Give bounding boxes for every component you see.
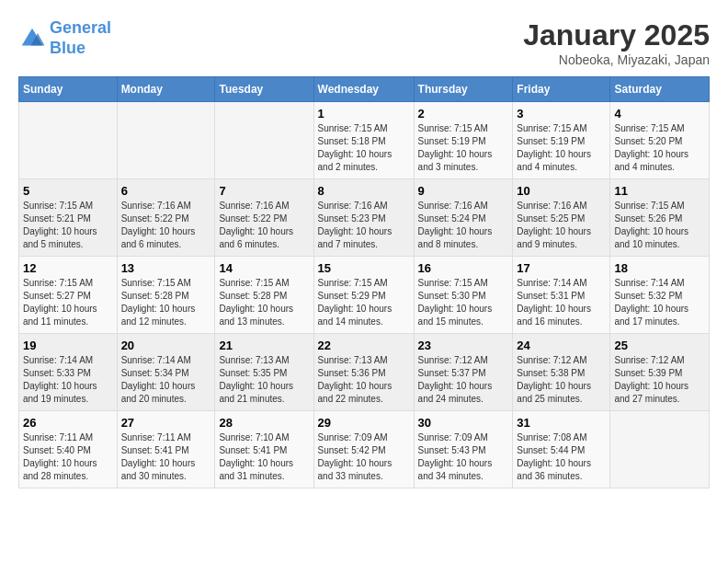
logo-icon bbox=[18, 25, 46, 52]
calendar-cell: 8Sunrise: 7:16 AM Sunset: 5:23 PM Daylig… bbox=[313, 179, 414, 257]
day-info: Sunrise: 7:09 AM Sunset: 5:42 PM Dayligh… bbox=[318, 431, 410, 483]
day-number: 18 bbox=[614, 261, 705, 275]
day-number: 26 bbox=[23, 416, 113, 430]
calendar-cell bbox=[19, 102, 118, 179]
day-info: Sunrise: 7:15 AM Sunset: 5:19 PM Dayligh… bbox=[517, 122, 606, 174]
weekday-header-friday: Friday bbox=[513, 77, 610, 102]
day-info: Sunrise: 7:14 AM Sunset: 5:33 PM Dayligh… bbox=[23, 354, 113, 406]
calendar-cell: 10Sunrise: 7:16 AM Sunset: 5:25 PM Dayli… bbox=[513, 179, 610, 257]
day-number: 19 bbox=[23, 339, 113, 352]
day-number: 24 bbox=[517, 339, 606, 352]
day-number: 21 bbox=[219, 339, 309, 352]
day-info: Sunrise: 7:16 AM Sunset: 5:25 PM Dayligh… bbox=[517, 200, 606, 251]
calendar-cell bbox=[215, 102, 313, 179]
day-number: 7 bbox=[219, 184, 309, 198]
day-info: Sunrise: 7:15 AM Sunset: 5:21 PM Dayligh… bbox=[23, 200, 113, 251]
calendar-cell: 7Sunrise: 7:16 AM Sunset: 5:22 PM Daylig… bbox=[215, 179, 313, 257]
calendar-cell: 31Sunrise: 7:08 AM Sunset: 5:44 PM Dayli… bbox=[513, 411, 610, 488]
day-info: Sunrise: 7:12 AM Sunset: 5:39 PM Dayligh… bbox=[614, 354, 705, 406]
day-number: 13 bbox=[121, 261, 211, 275]
day-number: 9 bbox=[418, 184, 509, 198]
day-number: 4 bbox=[614, 107, 705, 121]
day-info: Sunrise: 7:14 AM Sunset: 5:31 PM Dayligh… bbox=[517, 277, 606, 328]
day-number: 14 bbox=[219, 261, 309, 275]
day-number: 3 bbox=[517, 107, 606, 121]
day-number: 10 bbox=[517, 184, 606, 198]
month-title: January 2025 bbox=[523, 18, 710, 52]
day-number: 25 bbox=[614, 339, 705, 352]
calendar-cell: 30Sunrise: 7:09 AM Sunset: 5:43 PM Dayli… bbox=[414, 411, 513, 488]
day-info: Sunrise: 7:15 AM Sunset: 5:20 PM Dayligh… bbox=[614, 122, 705, 174]
day-info: Sunrise: 7:15 AM Sunset: 5:27 PM Dayligh… bbox=[23, 277, 113, 328]
day-info: Sunrise: 7:11 AM Sunset: 5:40 PM Dayligh… bbox=[23, 431, 113, 483]
day-info: Sunrise: 7:13 AM Sunset: 5:36 PM Dayligh… bbox=[318, 354, 410, 406]
calendar-cell: 21Sunrise: 7:13 AM Sunset: 5:35 PM Dayli… bbox=[215, 334, 313, 411]
calendar-cell: 5Sunrise: 7:15 AM Sunset: 5:21 PM Daylig… bbox=[19, 179, 118, 257]
calendar-cell: 6Sunrise: 7:16 AM Sunset: 5:22 PM Daylig… bbox=[117, 179, 215, 257]
title-section: January 2025 Nobeoka, Miyazaki, Japan bbox=[523, 18, 710, 67]
calendar-cell: 19Sunrise: 7:14 AM Sunset: 5:33 PM Dayli… bbox=[19, 334, 118, 411]
day-number: 27 bbox=[121, 416, 211, 430]
calendar-cell bbox=[117, 102, 215, 179]
weekday-header-sunday: Sunday bbox=[19, 77, 118, 102]
calendar-cell: 25Sunrise: 7:12 AM Sunset: 5:39 PM Dayli… bbox=[610, 334, 710, 411]
day-info: Sunrise: 7:15 AM Sunset: 5:26 PM Dayligh… bbox=[614, 200, 705, 251]
calendar-cell bbox=[610, 411, 710, 488]
logo-line1: General bbox=[50, 18, 111, 37]
calendar-cell: 1Sunrise: 7:15 AM Sunset: 5:18 PM Daylig… bbox=[313, 102, 414, 179]
calendar-cell: 22Sunrise: 7:13 AM Sunset: 5:36 PM Dayli… bbox=[313, 334, 414, 411]
day-number: 17 bbox=[517, 261, 606, 275]
day-info: Sunrise: 7:14 AM Sunset: 5:34 PM Dayligh… bbox=[121, 354, 211, 406]
calendar-cell: 26Sunrise: 7:11 AM Sunset: 5:40 PM Dayli… bbox=[19, 411, 118, 488]
weekday-header-tuesday: Tuesday bbox=[215, 77, 313, 102]
calendar-cell: 4Sunrise: 7:15 AM Sunset: 5:20 PM Daylig… bbox=[610, 102, 710, 179]
day-number: 22 bbox=[318, 339, 410, 352]
calendar-cell: 2Sunrise: 7:15 AM Sunset: 5:19 PM Daylig… bbox=[414, 102, 513, 179]
day-info: Sunrise: 7:08 AM Sunset: 5:44 PM Dayligh… bbox=[517, 431, 606, 483]
calendar-cell: 20Sunrise: 7:14 AM Sunset: 5:34 PM Dayli… bbox=[117, 334, 215, 411]
logo: General Blue bbox=[18, 18, 111, 58]
day-info: Sunrise: 7:15 AM Sunset: 5:18 PM Dayligh… bbox=[318, 122, 410, 174]
calendar-cell: 15Sunrise: 7:15 AM Sunset: 5:29 PM Dayli… bbox=[313, 257, 414, 334]
day-info: Sunrise: 7:12 AM Sunset: 5:37 PM Dayligh… bbox=[418, 354, 509, 406]
calendar-cell: 23Sunrise: 7:12 AM Sunset: 5:37 PM Dayli… bbox=[414, 334, 513, 411]
day-info: Sunrise: 7:15 AM Sunset: 5:28 PM Dayligh… bbox=[121, 277, 211, 328]
day-number: 6 bbox=[121, 184, 211, 198]
calendar-cell: 28Sunrise: 7:10 AM Sunset: 5:41 PM Dayli… bbox=[215, 411, 313, 488]
calendar-cell: 3Sunrise: 7:15 AM Sunset: 5:19 PM Daylig… bbox=[513, 102, 610, 179]
day-number: 1 bbox=[318, 107, 410, 121]
day-info: Sunrise: 7:13 AM Sunset: 5:35 PM Dayligh… bbox=[219, 354, 309, 406]
day-info: Sunrise: 7:09 AM Sunset: 5:43 PM Dayligh… bbox=[418, 431, 509, 483]
day-number: 30 bbox=[418, 416, 509, 430]
calendar-cell: 16Sunrise: 7:15 AM Sunset: 5:30 PM Dayli… bbox=[414, 257, 513, 334]
day-number: 12 bbox=[23, 261, 113, 275]
day-info: Sunrise: 7:15 AM Sunset: 5:29 PM Dayligh… bbox=[318, 277, 410, 328]
weekday-header-wednesday: Wednesday bbox=[313, 77, 414, 102]
day-info: Sunrise: 7:11 AM Sunset: 5:41 PM Dayligh… bbox=[121, 431, 211, 483]
calendar-cell: 27Sunrise: 7:11 AM Sunset: 5:41 PM Dayli… bbox=[117, 411, 215, 488]
calendar-week-4: 19Sunrise: 7:14 AM Sunset: 5:33 PM Dayli… bbox=[19, 334, 710, 411]
day-number: 2 bbox=[418, 107, 509, 121]
logo-text: General Blue bbox=[50, 18, 111, 58]
day-number: 23 bbox=[418, 339, 509, 352]
calendar-cell: 29Sunrise: 7:09 AM Sunset: 5:42 PM Dayli… bbox=[313, 411, 414, 488]
calendar-week-1: 1Sunrise: 7:15 AM Sunset: 5:18 PM Daylig… bbox=[19, 102, 710, 179]
day-number: 15 bbox=[318, 261, 410, 275]
calendar-cell: 12Sunrise: 7:15 AM Sunset: 5:27 PM Dayli… bbox=[19, 257, 118, 334]
logo-line2: Blue bbox=[50, 39, 85, 57]
location: Nobeoka, Miyazaki, Japan bbox=[523, 52, 710, 67]
day-info: Sunrise: 7:16 AM Sunset: 5:22 PM Dayligh… bbox=[219, 200, 309, 251]
day-info: Sunrise: 7:12 AM Sunset: 5:38 PM Dayligh… bbox=[517, 354, 606, 406]
calendar-cell: 13Sunrise: 7:15 AM Sunset: 5:28 PM Dayli… bbox=[117, 257, 215, 334]
day-info: Sunrise: 7:16 AM Sunset: 5:24 PM Dayligh… bbox=[418, 200, 509, 251]
calendar-cell: 9Sunrise: 7:16 AM Sunset: 5:24 PM Daylig… bbox=[414, 179, 513, 257]
calendar-week-3: 12Sunrise: 7:15 AM Sunset: 5:27 PM Dayli… bbox=[19, 257, 710, 334]
calendar-week-2: 5Sunrise: 7:15 AM Sunset: 5:21 PM Daylig… bbox=[19, 179, 710, 257]
calendar-cell: 11Sunrise: 7:15 AM Sunset: 5:26 PM Dayli… bbox=[610, 179, 710, 257]
calendar-cell: 24Sunrise: 7:12 AM Sunset: 5:38 PM Dayli… bbox=[513, 334, 610, 411]
calendar-cell: 18Sunrise: 7:14 AM Sunset: 5:32 PM Dayli… bbox=[610, 257, 710, 334]
day-number: 31 bbox=[517, 416, 606, 430]
day-number: 20 bbox=[121, 339, 211, 352]
page-header: General Blue January 2025 Nobeoka, Miyaz… bbox=[18, 18, 710, 67]
weekday-header-monday: Monday bbox=[117, 77, 215, 102]
